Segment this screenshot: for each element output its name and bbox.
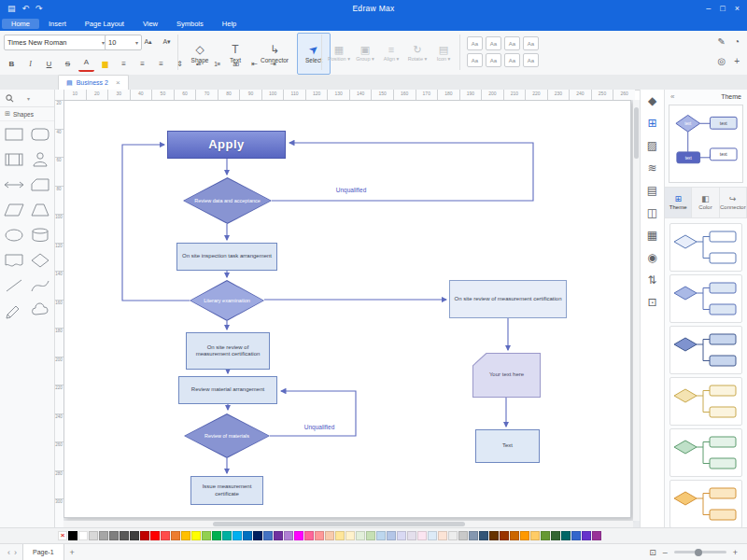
color-swatch[interactable] [130,531,139,540]
node-review-data[interactable]: Review data and acceptance [183,177,272,224]
group-button[interactable]: ▣Group ▾ [353,33,377,73]
color-swatch[interactable] [202,531,211,540]
text-style-3[interactable]: Aa [504,36,520,50]
color-swatch[interactable] [263,531,273,540]
font-family-select[interactable]: Times New Roman ▾ [4,35,108,50]
person-shape[interactable] [27,147,53,172]
parallelogram-shape[interactable] [1,197,27,222]
color-swatch[interactable] [530,531,540,540]
tab-connector[interactable]: ↪Connector [720,188,747,217]
color-swatch[interactable] [304,531,314,540]
color-swatch[interactable] [561,531,571,540]
table-icon[interactable]: ▦ [647,230,657,241]
color-swatch[interactable] [541,531,550,540]
tab-business-2[interactable]: ▤ Business 2 × [58,75,129,90]
scrollbar-thumb[interactable] [634,107,639,159]
find-icon[interactable]: ◎ [717,56,726,66]
indent-increase-icon[interactable]: ⇥ [265,56,281,71]
character-spacing-icon[interactable]: ab [228,56,244,71]
color-swatch[interactable] [161,531,170,540]
node-text[interactable]: Text [475,429,540,463]
page[interactable]: Apply Review data and acceptance On site… [63,100,631,518]
color-swatch[interactable] [284,531,293,540]
text-style-1[interactable]: Aa [467,36,483,50]
color-swatch[interactable] [407,531,416,540]
align-left-icon[interactable]: ≡ [116,56,132,71]
color-swatch[interactable] [109,531,119,540]
color-swatch[interactable] [181,531,190,540]
canvas-vertical-scrollbar[interactable] [633,100,640,521]
line-spacing-icon[interactable]: ⇕ [172,56,188,71]
snap-icon[interactable]: + [734,56,740,66]
color-swatch[interactable] [315,531,324,540]
node-review-of-materials[interactable]: Review of materials [184,413,270,458]
color-swatch[interactable] [89,531,98,540]
zoom-out-button[interactable]: – [663,548,668,557]
menu-symbols[interactable]: Symbols [167,19,213,29]
color-swatch[interactable] [397,531,406,540]
color-swatch[interactable] [387,531,396,540]
color-swatch[interactable] [212,531,221,540]
scrollbar-thumb[interactable] [213,522,465,526]
color-swatch[interactable] [500,531,509,540]
color-swatch[interactable] [150,531,160,540]
color-swatch[interactable] [294,531,303,540]
align-center-icon[interactable]: ≡ [134,56,150,71]
font-size-select[interactable]: 10 ▾ [105,35,142,50]
text-style-4[interactable]: Aa [523,36,539,50]
align-button[interactable]: ≡Align ▾ [379,33,403,73]
select-button[interactable]: ➤Select [297,33,331,75]
minimize-button[interactable]: – [706,4,711,13]
prev-page-button[interactable]: ‹ [7,548,10,557]
edge-label-unqualified-top[interactable]: Unqualified [318,187,384,193]
align-right-icon[interactable]: ≡ [153,56,169,71]
color-swatch[interactable] [366,531,375,540]
highlight-icon[interactable]: ▆ [97,56,113,71]
search-icon[interactable] [6,94,14,103]
color-swatch[interactable] [376,531,386,540]
color-swatch[interactable] [325,531,334,540]
color-swatch[interactable] [222,531,232,540]
edge-label-unqualified-bottom[interactable]: Unqualified [287,424,352,430]
node-your-text-here[interactable]: Your text here [472,353,541,398]
trapezoid-shape[interactable] [27,197,53,222]
chevron-down-icon[interactable]: ▾ [27,95,30,102]
symbol-library-icon[interactable]: ⊞ [647,118,656,129]
color-swatch[interactable] [479,531,488,540]
color-swatch[interactable] [428,531,437,540]
text-style-5[interactable]: Aa [467,53,483,67]
grow-font-icon[interactable]: A▴ [140,35,156,49]
zoom-slider-thumb[interactable] [695,549,702,556]
font-color-icon[interactable]: A [78,55,94,72]
picture-icon[interactable]: ▨ [647,140,657,151]
fit-page-button[interactable]: ⊡ [649,548,656,557]
theme-yellow[interactable] [669,377,742,426]
node-inspection[interactable]: On site inspection task arrangement [176,243,277,271]
ellipse-shape[interactable] [1,222,27,247]
color-swatch[interactable] [233,531,242,540]
color-swatch[interactable] [274,531,283,540]
bold-icon[interactable]: B [4,56,20,71]
canvas-horizontal-scrollbar[interactable] [63,521,633,527]
active-theme-preview[interactable]: text text text text [669,105,743,183]
fullscreen-icon[interactable]: ⊡ [647,297,656,308]
theme-green[interactable] [669,428,742,477]
color-swatch[interactable] [438,531,447,540]
shrink-font-icon[interactable]: A▾ [159,35,175,49]
text-style-6[interactable]: Aa [486,53,501,67]
layers-icon[interactable]: ≋ [647,162,656,174]
chart-icon[interactable]: ◫ [647,207,657,218]
text-style-7[interactable]: Aa [504,53,520,67]
color-swatch[interactable] [335,531,345,540]
color-swatch[interactable] [171,531,180,540]
node-issue-certificate[interactable]: Issue measurement certificate [190,476,263,505]
color-swatch[interactable] [448,531,458,540]
maximize-button[interactable]: □ [720,4,725,13]
zoom-in-button[interactable]: + [733,548,738,557]
node-onsite-review-right[interactable]: On site review of measurement certificat… [449,280,567,318]
predefined-process-shape[interactable] [1,147,27,172]
theme-blue-outline[interactable] [669,223,742,272]
line-shape[interactable] [1,273,27,298]
menu-insert[interactable]: Insert [39,19,76,29]
color-swatch[interactable] [345,531,355,540]
